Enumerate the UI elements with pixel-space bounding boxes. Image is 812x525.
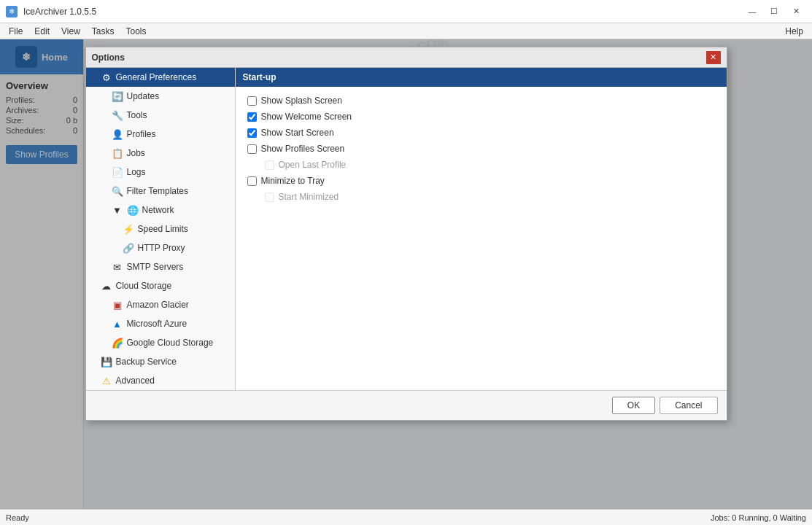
minimize-button[interactable]: — xyxy=(742,4,762,20)
window-controls: — ☐ ✕ xyxy=(742,4,806,20)
checkbox-splash-label[interactable]: Show Splash Screen xyxy=(261,96,342,106)
tools-icon: 🔧 xyxy=(112,109,123,121)
nav-item-logs[interactable]: 📄 Logs xyxy=(86,163,235,182)
nav-label-amazon-glacier: Amazon Glacier xyxy=(127,300,189,310)
menu-edit[interactable]: Edit xyxy=(28,25,55,38)
options-dialog: Options ✕ ⚙ General Preferences 🔄 Update… xyxy=(85,47,727,421)
nav-item-http-proxy[interactable]: 🔗 HTTP Proxy xyxy=(86,238,235,257)
network-expand-icon: ▼ xyxy=(112,204,123,216)
title-bar: ❄ IceArchiver 1.0.5.5 — ☐ ✕ xyxy=(0,0,812,23)
checkbox-open-last-label: Open Last Profile xyxy=(279,160,347,170)
cloud-storage-icon: ☁ xyxy=(101,280,112,292)
nav-tree: ⚙ General Preferences 🔄 Updates 🔧 Tools … xyxy=(86,68,236,390)
nav-label-cloud-storage: Cloud Storage xyxy=(116,281,172,291)
title-bar-left: ❄ IceArchiver 1.0.5.5 xyxy=(6,6,96,18)
dialog-overlay: Options ✕ ⚙ General Preferences 🔄 Update… xyxy=(0,39,812,509)
nav-label-microsoft-azure: Microsoft Azure xyxy=(127,319,187,329)
nav-item-tools[interactable]: 🔧 Tools xyxy=(86,106,235,125)
checkbox-start-input[interactable] xyxy=(247,128,257,138)
speed-limits-icon: ⚡ xyxy=(123,223,134,235)
filter-templates-icon: 🔍 xyxy=(112,185,123,197)
checkbox-welcome-screen: Show Welcome Screen xyxy=(247,112,715,122)
nav-label-speed-limits: Speed Limits xyxy=(138,224,188,234)
nav-item-speed-limits[interactable]: ⚡ Speed Limits xyxy=(86,219,235,238)
jobs-icon: 📋 xyxy=(112,147,123,159)
nav-label-http-proxy: HTTP Proxy xyxy=(138,243,185,253)
backup-service-icon: 💾 xyxy=(101,356,112,368)
updates-icon: 🔄 xyxy=(112,90,123,102)
network-icon: 🌐 xyxy=(127,204,139,216)
nav-label-filter-templates: Filter Templates xyxy=(127,186,188,196)
nav-item-profiles[interactable]: 👤 Profiles xyxy=(86,125,235,144)
nav-label-tools: Tools xyxy=(127,110,147,120)
nav-item-smtp[interactable]: ✉ SMTP Servers xyxy=(86,257,235,276)
nav-label-profiles: Profiles xyxy=(127,129,156,139)
status-ready: Ready xyxy=(6,513,29,522)
nav-item-updates[interactable]: 🔄 Updates xyxy=(86,87,235,106)
nav-item-general[interactable]: ⚙ General Preferences xyxy=(86,68,235,87)
checkbox-profiles-screen-input[interactable] xyxy=(247,144,257,154)
nav-item-microsoft-azure[interactable]: ▲ Microsoft Azure xyxy=(86,314,235,333)
general-icon: ⚙ xyxy=(101,71,112,83)
menu-tasks[interactable]: Tasks xyxy=(86,25,120,38)
checkbox-welcome-input[interactable] xyxy=(247,112,257,122)
checkbox-profiles-screen: Show Profiles Screen xyxy=(247,144,715,154)
nav-label-backup-service: Backup Service xyxy=(116,357,177,367)
status-jobs: Jobs: 0 Running, 0 Waiting xyxy=(711,513,806,522)
menu-view[interactable]: View xyxy=(55,25,86,38)
content-body: Show Splash Screen Show Welcome Screen S… xyxy=(236,87,727,390)
checkbox-profiles-screen-label[interactable]: Show Profiles Screen xyxy=(261,144,345,154)
content-panel: Start-up Show Splash Screen Show Welcome… xyxy=(236,68,727,390)
checkbox-minimize-input[interactable] xyxy=(247,176,257,186)
nav-item-google-cloud[interactable]: 🌈 Google Cloud Storage xyxy=(86,333,235,352)
status-bar: Ready Jobs: 0 Running, 0 Waiting xyxy=(0,509,812,525)
ok-button[interactable]: OK xyxy=(612,397,655,414)
checkbox-open-last-profile: Open Last Profile xyxy=(247,160,715,170)
nav-label-jobs: Jobs xyxy=(127,148,145,158)
checkbox-open-last-input xyxy=(265,160,274,170)
nav-label-google-cloud: Google Cloud Storage xyxy=(127,338,214,348)
amazon-glacier-icon: ▣ xyxy=(112,299,123,311)
nav-label-logs: Logs xyxy=(127,167,146,177)
smtp-icon: ✉ xyxy=(112,261,123,273)
nav-item-amazon-glacier[interactable]: ▣ Amazon Glacier xyxy=(86,295,235,314)
section-header: Start-up xyxy=(236,68,727,87)
nav-label-advanced: Advanced xyxy=(116,376,155,386)
checkbox-start-minimized: Start Minimized xyxy=(247,192,715,202)
nav-item-filter-templates[interactable]: 🔍 Filter Templates xyxy=(86,182,235,201)
dialog-close-button[interactable]: ✕ xyxy=(706,51,721,64)
microsoft-azure-icon: ▲ xyxy=(112,318,123,330)
menu-bar: File Edit View Tasks Tools Help xyxy=(0,23,812,39)
app-title: IceArchiver 1.0.5.5 xyxy=(23,7,96,17)
close-button[interactable]: ✕ xyxy=(786,4,806,20)
http-proxy-icon: 🔗 xyxy=(123,242,134,254)
google-cloud-icon: 🌈 xyxy=(112,337,123,349)
checkbox-minimize-label[interactable]: Minimize to Tray xyxy=(261,176,325,186)
nav-label-updates: Updates xyxy=(127,91,160,101)
nav-item-backup-service[interactable]: 💾 Backup Service xyxy=(86,352,235,371)
menu-tools[interactable]: Tools xyxy=(120,25,152,38)
nav-item-network[interactable]: ▼ 🌐 Network xyxy=(86,201,235,219)
profiles-icon: 👤 xyxy=(112,128,123,140)
checkbox-start-label[interactable]: Show Start Screen xyxy=(261,128,334,138)
nav-item-cloud-storage[interactable]: ☁ Cloud Storage xyxy=(86,276,235,295)
menu-file[interactable]: File xyxy=(3,25,28,38)
dialog-title-bar: Options ✕ xyxy=(86,47,727,68)
checkbox-welcome-label[interactable]: Show Welcome Screen xyxy=(261,112,352,122)
logs-icon: 📄 xyxy=(112,166,123,178)
app-icon: ❄ xyxy=(6,6,18,18)
nav-item-jobs[interactable]: 📋 Jobs xyxy=(86,144,235,163)
checkbox-minimize-tray: Minimize to Tray xyxy=(247,176,715,186)
dialog-title: Options xyxy=(92,52,125,63)
cancel-button[interactable]: Cancel xyxy=(660,397,717,414)
nav-item-advanced[interactable]: ⚠ Advanced xyxy=(86,371,235,390)
checkbox-start-minimized-label: Start Minimized xyxy=(279,192,339,202)
nav-label-network: Network xyxy=(142,205,174,215)
menu-help[interactable]: Help xyxy=(779,25,809,38)
checkbox-splash-input[interactable] xyxy=(247,96,257,106)
advanced-icon: ⚠ xyxy=(101,375,112,386)
nav-label-general: General Preferences xyxy=(116,72,197,82)
checkbox-splash-screen: Show Splash Screen xyxy=(247,96,715,106)
checkbox-start-screen: Show Start Screen xyxy=(247,128,715,138)
maximize-button[interactable]: ☐ xyxy=(764,4,784,20)
